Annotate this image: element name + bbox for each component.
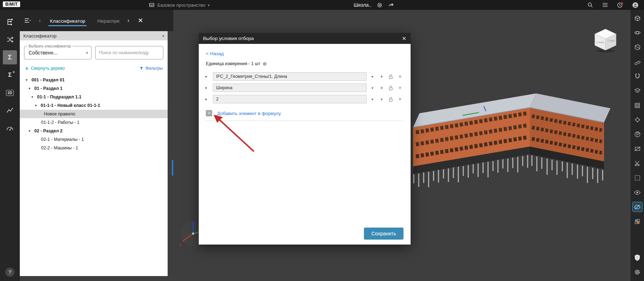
tree-item[interactable]: ▾ 01-1 - Подраздел 1.1	[20, 93, 168, 101]
tree-item[interactable]: ▾ 01-1-1 - Новый класс 01-1-1	[20, 101, 168, 110]
structure-tree-tool-button[interactable]	[3, 15, 17, 29]
notifications-icon[interactable]	[617, 2, 623, 8]
layers-button[interactable]	[633, 86, 642, 96]
section-collapse-caret-icon[interactable]: ▾	[162, 34, 164, 38]
caret-down-icon[interactable]: ▾	[31, 93, 37, 101]
viewport-settings-button[interactable]	[633, 267, 642, 277]
caret-down-icon[interactable]: ▾	[35, 101, 41, 110]
classifier-select-label: Выбрать классификатор	[27, 44, 72, 48]
menu-list-icon[interactable]	[602, 2, 608, 8]
selection-box-button[interactable]	[633, 173, 642, 183]
row-dropdown-caret-icon[interactable]: ▾	[369, 97, 376, 101]
project-settings-gear-icon[interactable]	[377, 2, 383, 8]
row-expand-caret-icon[interactable]: ▾	[205, 75, 211, 79]
chart-tool-button[interactable]	[3, 103, 17, 117]
row-dropdown-caret-icon[interactable]: ▾	[369, 86, 376, 90]
focus-target-button[interactable]	[633, 115, 642, 125]
classifier-select[interactable]: Выбрать классификатор Собственн... ▾	[24, 46, 92, 59]
formula-element-input[interactable]	[213, 72, 367, 81]
2d-view-tool-button[interactable]: 2D	[3, 86, 17, 100]
classifier-select-caret-icon[interactable]: ▾	[86, 51, 88, 55]
row-add-icon[interactable]: +	[378, 85, 385, 91]
lock-icon[interactable]	[387, 74, 394, 79]
app-logo[interactable]: BiMiT	[3, 1, 20, 7]
dialog-title: Выбор условия отбора	[203, 36, 254, 41]
measure-button[interactable]	[633, 57, 642, 67]
formula-element-input[interactable]	[213, 95, 367, 103]
formula-row: ▾ ▾ ▾ ×	[205, 94, 404, 104]
grid-table-button[interactable]	[633, 101, 642, 110]
row-dropdown-caret-icon[interactable]: ▾	[369, 75, 376, 79]
dialog-title-bar[interactable]: Выбор условия отбора ✕	[199, 33, 411, 44]
plan-letter: P	[636, 132, 639, 137]
cut-tool-button[interactable]	[633, 159, 642, 168]
project-name[interactable]: Школа..	[354, 2, 371, 8]
home-view-button[interactable]	[633, 13, 642, 23]
navcube-right-face-label[interactable]: Сзади	[607, 39, 615, 42]
tree-item[interactable]: 02-2 - Машины - 1	[20, 144, 168, 152]
add-element-link[interactable]: Добавить элемент в формулу	[217, 111, 281, 116]
snap-magnet-button[interactable]	[633, 71, 642, 81]
back-link[interactable]: < Назад	[206, 51, 224, 56]
user-avatar-icon[interactable]	[632, 2, 639, 8]
save-button[interactable]: Сохранить	[364, 228, 404, 240]
orbit-button[interactable]	[633, 28, 642, 38]
caret-down-icon[interactable]: ▾	[29, 84, 34, 93]
add-classifier-tool-button[interactable]: Σ+	[3, 68, 17, 82]
panel-menu-icon[interactable]	[24, 18, 31, 23]
dialog-close-icon[interactable]: ✕	[402, 35, 406, 42]
row-remove-icon[interactable]: ×	[396, 85, 404, 91]
tree-item[interactable]: ▾ 02 - Раздел 2	[20, 127, 168, 135]
navigation-cube[interactable]: Слева Сзади	[590, 25, 620, 53]
tree-item[interactable]: 02-1 - Материалы - 1	[20, 135, 168, 144]
lock-icon[interactable]	[387, 85, 394, 91]
tree-item-label: 02 - Раздел 2	[34, 127, 63, 135]
add-element-button[interactable]: +	[206, 110, 212, 116]
tab-unallocated[interactable]: Нераспре	[96, 11, 121, 30]
tree-item[interactable]: ▾ 001 - Раздел 01	[20, 76, 168, 84]
hide-elements-button[interactable]	[633, 202, 642, 212]
section-box-button[interactable]	[633, 42, 642, 52]
unit-settings-gear-icon[interactable]	[262, 62, 267, 66]
section-plane-button[interactable]	[633, 144, 642, 154]
tree-item[interactable]: ▾ 01 - Раздел 1	[20, 84, 168, 93]
tree-item[interactable]: 01-1-2 - Работы - 1	[20, 118, 168, 127]
help-button[interactable]: ?	[5, 268, 14, 277]
tabs-scroll-left-icon[interactable]: ‹	[39, 17, 41, 24]
tab-classifier[interactable]: Классификатор	[48, 11, 87, 30]
search-icon[interactable]	[587, 2, 593, 8]
plan-view-button[interactable]: P	[633, 130, 642, 139]
show-elements-button[interactable]	[633, 188, 642, 197]
row-expand-caret-icon[interactable]: ▾	[205, 86, 211, 90]
row-remove-icon[interactable]: ×	[396, 96, 404, 102]
workspace-caret-icon[interactable]: ▾	[208, 3, 210, 7]
classifier-tool-button[interactable]: Σ	[3, 50, 17, 64]
lock-icon[interactable]	[387, 97, 394, 102]
navcube-left-face-label[interactable]: Слева	[596, 41, 604, 44]
formula-element-input[interactable]	[213, 84, 367, 92]
tree-item-selected[interactable]: Новое правило	[20, 110, 168, 118]
classifier-controls-row: Выбрать классификатор Собственн... ▾	[24, 46, 163, 59]
row-expand-caret-icon[interactable]: ▾	[205, 97, 211, 101]
tabs-scroll-right-icon[interactable]: ›	[127, 17, 129, 24]
building-3d-model[interactable]	[410, 85, 629, 195]
share-icon[interactable]	[388, 2, 394, 8]
gauge-tool-button[interactable]	[3, 121, 17, 135]
row-add-icon[interactable]: +	[378, 74, 385, 79]
search-input[interactable]	[95, 46, 163, 59]
tree-item-label: 01-1-2 - Работы - 1	[41, 118, 80, 127]
caret-down-icon[interactable]: ▾	[29, 127, 34, 135]
caret-down-icon[interactable]: ▾	[26, 76, 31, 84]
colorize-filter-button[interactable]	[633, 217, 642, 226]
workspace-switcher[interactable]: Базовое пространство ▾	[149, 0, 210, 10]
classifier-section-header[interactable]: Классификатор ▾	[20, 31, 168, 40]
panel-close-icon[interactable]: ✕	[138, 17, 143, 24]
connections-tool-button[interactable]	[3, 33, 17, 47]
panel-scrollbar-thumb[interactable]	[172, 160, 173, 176]
topbar-right-cluster	[587, 0, 639, 10]
row-operator-caret-icon[interactable]: ▾	[378, 97, 385, 101]
collapse-tree-link[interactable]: Свернуть дерево	[25, 66, 65, 71]
row-remove-icon[interactable]: ×	[396, 74, 404, 79]
shield-protect-button[interactable]	[633, 253, 642, 262]
filters-link[interactable]: Фильтры	[139, 66, 163, 71]
